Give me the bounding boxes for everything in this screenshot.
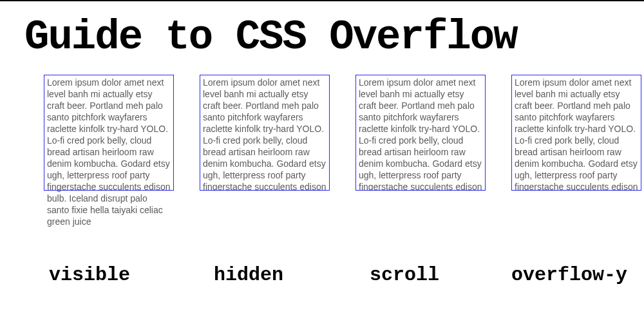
overflow-box-scroll[interactable]: Lorem ipsum dolor amet next level banh m… (355, 75, 486, 191)
example-hidden: Lorem ipsum dolor amet next level banh m… (200, 75, 330, 191)
overflow-box-visible: Lorem ipsum dolor amet next level banh m… (44, 75, 174, 191)
labels-row: visible hidden scroll overflow-y (0, 264, 644, 286)
overflow-box-overflow-y[interactable]: Lorem ipsum dolor amet next level banh m… (511, 75, 641, 191)
label-scroll: scroll (355, 264, 486, 286)
example-scroll: Lorem ipsum dolor amet next level banh m… (355, 75, 486, 191)
label-overflow-y: overflow-y (511, 264, 641, 286)
examples-row: Lorem ipsum dolor amet next level banh m… (0, 67, 644, 191)
example-visible: Lorem ipsum dolor amet next level banh m… (44, 75, 174, 191)
example-overflow-y: Lorem ipsum dolor amet next level banh m… (511, 75, 641, 191)
page-title: Guide to CSS Overflow (0, 1, 644, 67)
overflow-box-hidden: Lorem ipsum dolor amet next level banh m… (200, 75, 330, 191)
label-hidden: hidden (200, 264, 330, 286)
label-visible: visible (44, 264, 174, 286)
